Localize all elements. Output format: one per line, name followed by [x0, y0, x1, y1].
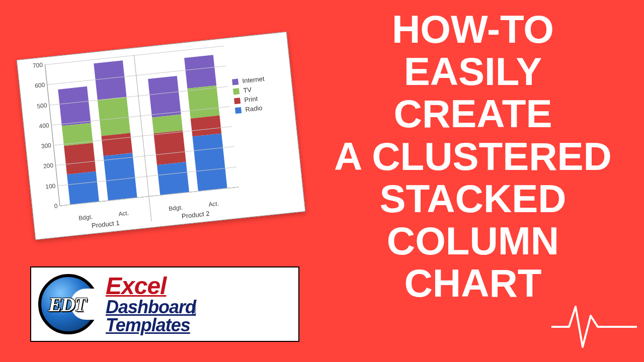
bar-segment-radio — [157, 162, 189, 195]
y-tick-label: 200 — [31, 162, 54, 171]
title-line-3: A CLUSTERED — [322, 135, 624, 177]
x-sub-label: Bdgt. — [169, 204, 183, 212]
brand-wordmark: Excel Dashboard.com Templates — [106, 274, 210, 334]
heartbeat-icon — [551, 292, 637, 352]
bar-segment-print — [153, 131, 186, 165]
bar-segment-print — [191, 116, 221, 137]
bar-segment-internet — [94, 60, 126, 100]
chart-thumbnail: 0100200300400500600700 Bdgt.Act.Product … — [17, 32, 306, 240]
x-sub-label: Act. — [118, 210, 129, 218]
brand-suffix: .com — [191, 304, 197, 316]
x-sub-label: Bdgt. — [78, 213, 93, 222]
chart-plot: 0100200300400500600700 Bdgt.Act.Product … — [20, 35, 301, 236]
legend-label: Internet — [242, 75, 265, 85]
chart-legend: InternetTVPrintRadio — [231, 71, 288, 117]
bar-segment-print — [101, 133, 132, 156]
slide-stage: 0100200300400500600700 Bdgt.Act.Product … — [0, 0, 644, 362]
stacked-bar — [184, 55, 227, 191]
bar-segment-internet — [148, 76, 181, 117]
brand-logo-card: EDT Excel Dashboard.com Templates — [30, 266, 299, 342]
edt-badge-text: EDT — [38, 274, 99, 334]
brand-word-templates: Templates — [106, 315, 190, 335]
y-tick-label: 100 — [33, 182, 56, 192]
bar-segment-internet — [58, 86, 91, 126]
y-tick-label: 400 — [27, 122, 49, 131]
title-line-5: COLUMN — [322, 220, 624, 262]
chart-card: 0100200300400500600700 Bdgt.Act.Product … — [17, 32, 306, 240]
legend-swatch — [235, 107, 242, 114]
y-tick-label: 600 — [23, 81, 45, 91]
title-line-4: STACKED — [322, 177, 624, 220]
legend-swatch — [232, 78, 238, 85]
x-group-label: Product 1 — [91, 219, 120, 230]
bar-segment-radio — [67, 171, 99, 204]
legend-label: Radio — [245, 104, 263, 113]
edt-badge-icon: EDT — [38, 274, 99, 334]
slide-title: HOW-TO EASILY CREATE A CLUSTERED STACKED… — [322, 8, 624, 305]
y-tick-label: 300 — [29, 142, 51, 151]
bar-segment-radio — [104, 153, 137, 200]
bar-segment-radio — [193, 134, 227, 191]
stacked-bar — [58, 86, 99, 204]
bar-segment-print — [64, 143, 96, 174]
y-tick-label: 700 — [20, 61, 43, 71]
bar-segment-internet — [184, 55, 216, 88]
brand-word-dashboard: Dashboard — [106, 297, 196, 317]
plot-area — [45, 46, 239, 206]
brand-word-excel: Excel — [106, 273, 166, 299]
legend-label: Print — [244, 95, 258, 104]
legend-swatch — [233, 88, 239, 95]
y-tick-label: 500 — [25, 102, 47, 111]
x-sub-label: Act. — [208, 200, 219, 208]
y-tick-label: 0 — [35, 202, 58, 212]
bar-segment-tv — [98, 97, 130, 136]
x-group-label: Product 2 — [181, 210, 210, 220]
title-line-1: HOW-TO — [322, 8, 624, 50]
title-line-2: EASILY CREATE — [322, 50, 624, 135]
legend-swatch — [234, 98, 240, 104]
legend-label: TV — [243, 86, 252, 95]
